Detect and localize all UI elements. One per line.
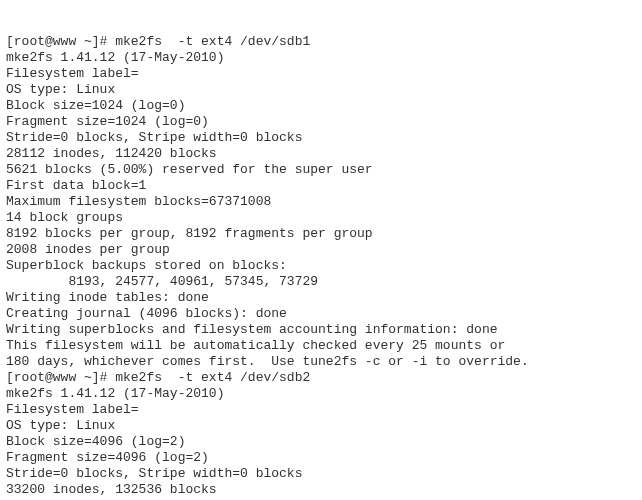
terminal-line: Filesystem label= [6, 66, 636, 82]
terminal-line: mke2fs 1.41.12 (17-May-2010) [6, 50, 636, 66]
terminal-line: Superblock backups stored on blocks: [6, 258, 636, 274]
terminal-line: 33200 inodes, 132536 blocks [6, 482, 636, 498]
terminal-line: 14 block groups [6, 210, 636, 226]
terminal-line: Writing superblocks and filesystem accou… [6, 322, 636, 338]
terminal-line: Stride=0 blocks, Stripe width=0 blocks [6, 130, 636, 146]
terminal-line: OS type: Linux [6, 82, 636, 98]
terminal-line: 28112 inodes, 112420 blocks [6, 146, 636, 162]
terminal-line: [root@www ~]# mke2fs -t ext4 /dev/sdb1 [6, 34, 636, 50]
terminal-line: Block size=1024 (log=0) [6, 98, 636, 114]
terminal-line: 180 days, whichever comes first. Use tun… [6, 354, 636, 370]
terminal-line: Creating journal (4096 blocks): done [6, 306, 636, 322]
terminal-line: First data block=1 [6, 178, 636, 194]
terminal-line: Filesystem label= [6, 402, 636, 418]
terminal-line: OS type: Linux [6, 418, 636, 434]
terminal-line: Maximum filesystem blocks=67371008 [6, 194, 636, 210]
terminal-line: Block size=4096 (log=2) [6, 434, 636, 450]
terminal-line: Writing inode tables: done [6, 290, 636, 306]
terminal-line: Stride=0 blocks, Stripe width=0 blocks [6, 466, 636, 482]
terminal-line: 2008 inodes per group [6, 242, 636, 258]
terminal-line: Fragment size=4096 (log=2) [6, 450, 636, 466]
terminal-output: [root@www ~]# mke2fs -t ext4 /dev/sdb1mk… [6, 34, 636, 500]
terminal-line: This filesystem will be automatically ch… [6, 338, 636, 354]
terminal-line: 8192 blocks per group, 8192 fragments pe… [6, 226, 636, 242]
terminal-line: [root@www ~]# mke2fs -t ext4 /dev/sdb2 [6, 370, 636, 386]
terminal-line: 8193, 24577, 40961, 57345, 73729 [6, 274, 636, 290]
terminal-line: 5621 blocks (5.00%) reserved for the sup… [6, 162, 636, 178]
terminal-line: Fragment size=1024 (log=0) [6, 114, 636, 130]
terminal-line: mke2fs 1.41.12 (17-May-2010) [6, 386, 636, 402]
